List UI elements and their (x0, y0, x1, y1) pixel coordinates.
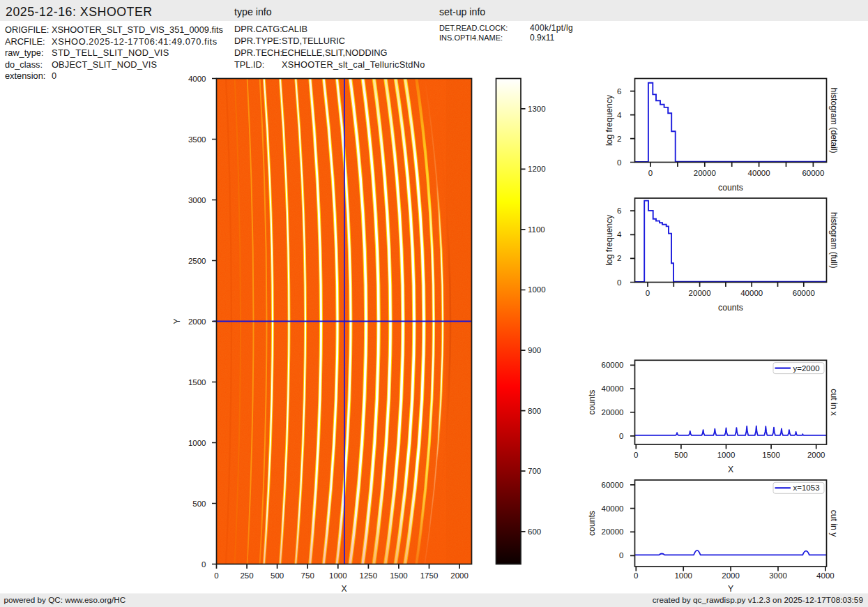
svg-text:set-up info: set-up info (439, 6, 485, 17)
svg-text:0: 0 (617, 158, 621, 167)
svg-text:ARCFILE:: ARCFILE: (5, 36, 45, 47)
svg-text:counts: counts (718, 183, 743, 193)
svg-text:3000: 3000 (188, 196, 206, 204)
svg-text:4000: 4000 (188, 75, 206, 83)
svg-text:3000: 3000 (769, 571, 787, 580)
svg-text:cut in x: cut in x (829, 389, 839, 416)
svg-text:STD,TELLURIC: STD,TELLURIC (282, 36, 345, 46)
svg-text:DET.READ.CLOCK:: DET.READ.CLOCK: (439, 24, 508, 32)
svg-text:0.9x11: 0.9x11 (530, 33, 554, 43)
svg-text:histogram (full): histogram (full) (829, 212, 839, 269)
svg-text:20000: 20000 (602, 408, 624, 417)
svg-text:0: 0 (646, 289, 650, 297)
svg-text:4: 4 (617, 230, 622, 239)
svg-text:2000: 2000 (450, 571, 469, 580)
svg-text:250: 250 (240, 571, 253, 580)
svg-text:counts: counts (718, 303, 743, 313)
svg-text:500: 500 (674, 451, 687, 459)
svg-text:60000: 60000 (602, 361, 624, 369)
svg-text:2000: 2000 (188, 317, 206, 326)
svg-text:40000: 40000 (602, 504, 624, 513)
svg-text:20000: 20000 (602, 527, 624, 536)
svg-text:1250: 1250 (360, 571, 378, 580)
svg-text:0: 0 (201, 560, 206, 569)
svg-text:0: 0 (214, 571, 218, 580)
svg-text:60000: 60000 (802, 169, 824, 177)
svg-text:1000: 1000 (188, 439, 206, 447)
svg-text:40000: 40000 (602, 384, 624, 393)
svg-text:0: 0 (634, 451, 638, 459)
svg-text:extension:: extension: (5, 70, 45, 81)
svg-text:4: 4 (617, 111, 622, 119)
svg-text:counts: counts (587, 511, 597, 536)
svg-text:X: X (341, 584, 347, 594)
svg-text:Y: Y (172, 318, 182, 324)
svg-text:histogram (detail): histogram (detail) (829, 87, 839, 153)
svg-text:created by qc_rawdisp.py v1.2.: created by qc_rawdisp.py v1.2.3 on 2025-… (653, 595, 863, 605)
svg-text:750: 750 (301, 571, 314, 580)
svg-text:600: 600 (528, 527, 541, 536)
svg-text:log frequency: log frequency (604, 214, 614, 266)
svg-text:OBJECT_SLIT_NOD_VIS: OBJECT_SLIT_NOD_VIS (52, 59, 157, 70)
svg-text:x=1053: x=1053 (793, 484, 820, 492)
svg-text:DPR.TECH:: DPR.TECH: (234, 47, 282, 58)
svg-text:log frequency: log frequency (604, 94, 614, 146)
svg-text:do_class:: do_class: (5, 59, 43, 70)
svg-text:1500: 1500 (762, 451, 780, 459)
svg-text:2: 2 (617, 254, 621, 262)
svg-text:20000: 20000 (689, 289, 711, 297)
svg-text:INS.OPTI4.NAME:: INS.OPTI4.NAME: (439, 33, 503, 42)
svg-text:ECHELLE,SLIT,NODDING: ECHELLE,SLIT,NODDING (282, 47, 387, 58)
svg-text:1750: 1750 (420, 571, 439, 580)
svg-text:XSHOO.2025-12-17T06:41:49.070.: XSHOO.2025-12-17T06:41:49.070.fits (52, 36, 218, 47)
svg-text:X: X (728, 465, 733, 474)
svg-text:6: 6 (617, 207, 621, 215)
svg-text:TPL.ID:: TPL.ID: (234, 59, 264, 70)
svg-text:XSHOOTER_slt_cal_TelluricStdNo: XSHOOTER_slt_cal_TelluricStdNo (282, 59, 425, 70)
svg-text:STD_TELL_SLIT_NOD_VIS: STD_TELL_SLIT_NOD_VIS (52, 47, 169, 58)
svg-text:y=2000: y=2000 (793, 364, 820, 373)
svg-text:3500: 3500 (188, 135, 206, 144)
svg-text:1000: 1000 (674, 571, 692, 580)
svg-text:2000: 2000 (722, 571, 740, 580)
svg-text:cut in y: cut in y (829, 510, 839, 538)
svg-text:0: 0 (619, 551, 623, 560)
svg-text:1500: 1500 (188, 378, 206, 387)
svg-text:0: 0 (634, 571, 638, 580)
svg-text:800: 800 (528, 407, 541, 415)
svg-text:500: 500 (192, 500, 206, 508)
svg-text:1300: 1300 (528, 105, 546, 113)
svg-text:0: 0 (648, 169, 653, 177)
svg-text:1200: 1200 (528, 165, 546, 173)
svg-text:XSHOOTER_SLT_STD_VIS_351_0009.: XSHOOTER_SLT_STD_VIS_351_0009.fits (52, 24, 223, 35)
svg-text:0: 0 (619, 432, 623, 440)
svg-text:2500: 2500 (188, 257, 206, 265)
svg-text:40000: 40000 (748, 169, 770, 177)
svg-text:0: 0 (617, 278, 621, 287)
svg-text:ORIGFILE:: ORIGFILE: (5, 24, 49, 35)
svg-text:1500: 1500 (390, 571, 408, 580)
svg-text:1100: 1100 (528, 225, 545, 234)
svg-text:20000: 20000 (694, 169, 716, 177)
svg-text:40000: 40000 (740, 289, 763, 297)
svg-text:powered by QC: www.eso.org/HC: powered by QC: www.eso.org/HC (4, 595, 126, 604)
svg-text:DPR.TYPE:: DPR.TYPE: (234, 36, 282, 46)
svg-text:500: 500 (271, 571, 284, 580)
svg-text:60000: 60000 (602, 481, 624, 489)
svg-text:2000: 2000 (807, 451, 825, 459)
svg-text:2025-12-16: XSHOOTER: 2025-12-16: XSHOOTER (6, 5, 153, 19)
svg-text:6: 6 (617, 87, 621, 96)
svg-text:DPR.CATG:: DPR.CATG: (234, 24, 282, 34)
svg-text:0: 0 (52, 70, 56, 81)
svg-text:counts: counts (587, 390, 597, 415)
svg-text:CALIB: CALIB (282, 24, 307, 34)
svg-text:raw_type:: raw_type: (5, 47, 43, 58)
svg-text:700: 700 (528, 467, 541, 475)
svg-text:1000: 1000 (717, 451, 736, 459)
svg-text:900: 900 (528, 346, 541, 354)
svg-text:2: 2 (617, 135, 621, 143)
svg-text:Y: Y (728, 584, 733, 594)
svg-text:60000: 60000 (793, 289, 815, 297)
svg-text:type info: type info (234, 6, 272, 17)
svg-text:1000: 1000 (329, 571, 347, 580)
